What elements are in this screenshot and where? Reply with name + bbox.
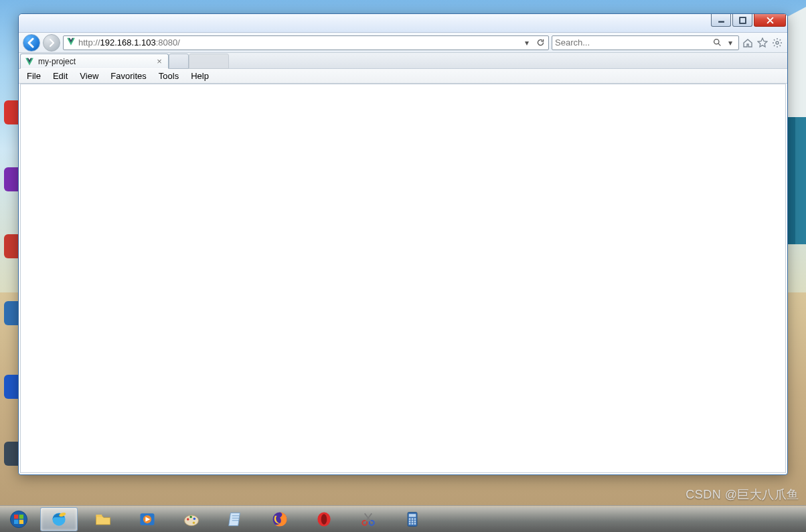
svg-rect-33 [414,518,416,520]
url-text: http://192.168.1.103:8080/ [78,37,180,48]
svg-rect-9 [19,519,23,523]
close-button[interactable] [754,14,786,27]
svg-rect-39 [414,523,416,525]
maximize-button[interactable] [732,14,752,27]
menu-favorites[interactable]: Favorites [105,70,151,82]
svg-rect-30 [409,514,416,517]
svg-rect-7 [19,515,23,519]
watermark-text: CSDN @巨大八爪鱼 [686,486,799,503]
svg-point-17 [189,515,192,518]
svg-rect-37 [409,523,411,525]
menu-view[interactable]: View [74,70,104,82]
svg-line-3 [718,43,720,46]
tab-placeholder [189,54,229,69]
taskbar-item-snipping-tool[interactable] [349,507,387,531]
forward-button[interactable] [43,34,60,52]
start-button[interactable] [4,507,33,531]
taskbar-item-calculator[interactable] [394,507,431,531]
menu-file[interactable]: File [21,70,46,82]
home-icon[interactable] [742,37,754,49]
browser-window: http://192.168.1.103:8080/ ▾ ▾ [18,13,788,475]
address-bar[interactable]: http://192.168.1.103:8080/ ▾ [63,35,549,50]
menu-bar: File Edit View Favorites Tools Help [19,69,787,84]
back-button[interactable] [23,34,40,52]
page-content [20,84,786,473]
refresh-button[interactable] [535,37,546,48]
taskbar-item-explorer[interactable] [84,507,122,531]
search-dropdown-icon[interactable]: ▾ [725,37,736,48]
svg-point-18 [193,517,196,520]
svg-point-16 [187,518,189,521]
taskbar-item-ie[interactable] [40,507,78,531]
svg-rect-35 [412,520,414,522]
window-titlebar[interactable] [19,14,787,33]
svg-rect-32 [412,518,414,520]
svg-rect-20 [229,513,240,525]
svg-point-19 [193,521,195,524]
svg-point-26 [321,514,327,525]
svg-rect-8 [14,519,18,523]
taskbar-item-media-player[interactable] [129,507,166,531]
svg-rect-36 [414,520,416,522]
taskbar-item-firefox[interactable] [261,507,299,531]
taskbar-item-opera[interactable] [305,507,343,531]
taskbar-item-paint[interactable] [173,507,210,531]
menu-tools[interactable]: Tools [153,70,184,82]
search-icon[interactable] [712,37,722,48]
search-bar[interactable]: ▾ [552,35,739,50]
taskbar-item-notepad[interactable] [217,507,254,531]
tab-active[interactable]: my-project × [20,54,169,69]
navigation-toolbar: http://192.168.1.103:8080/ ▾ ▾ [19,33,787,53]
svg-point-4 [776,41,779,44]
favorites-icon[interactable] [756,37,769,49]
svg-rect-1 [740,17,746,23]
svg-rect-38 [412,523,414,525]
minimize-button[interactable] [711,14,731,27]
vue-icon [66,37,76,48]
svg-rect-6 [14,515,18,519]
tab-close-icon[interactable]: × [155,56,164,66]
vue-icon [25,57,34,66]
gear-icon[interactable] [771,37,783,49]
taskbar [0,505,806,532]
new-tab-button[interactable] [169,54,189,69]
svg-rect-34 [409,520,411,522]
menu-help[interactable]: Help [185,70,214,82]
svg-rect-31 [409,518,411,520]
menu-edit[interactable]: Edit [48,70,73,82]
tab-title: my-project [38,57,151,66]
svg-rect-12 [96,515,102,517]
search-input[interactable] [555,37,709,48]
svg-point-5 [10,511,27,527]
svg-point-2 [714,39,718,44]
tab-bar: my-project × [19,53,787,69]
dropdown-icon[interactable]: ▾ [521,37,532,48]
